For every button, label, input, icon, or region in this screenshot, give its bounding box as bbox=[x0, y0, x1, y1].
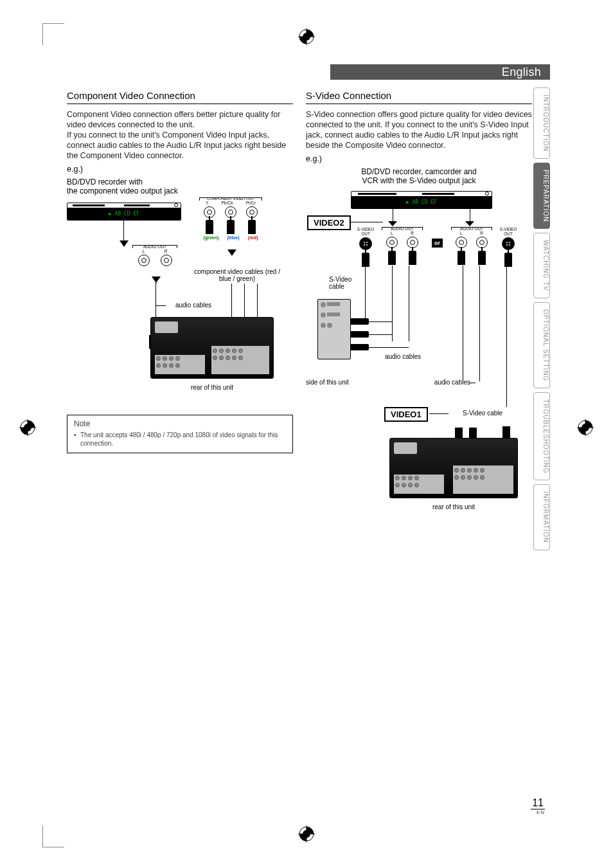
audio-out-jacks: AUDIO OUT LR bbox=[132, 245, 177, 267]
registration-mark-icon bbox=[298, 28, 315, 45]
registration-mark-icon bbox=[19, 419, 36, 436]
tab-optional-setting: OPTIONAL SETTING bbox=[533, 302, 550, 388]
component-paragraph: Component Video connection offers better… bbox=[67, 109, 293, 161]
note-box: Note The unit accepts 480i / 480p / 720p… bbox=[67, 415, 293, 453]
bd-dvd-device: ▶ AB CD EF bbox=[67, 203, 181, 221]
section-tabs: INTRODUCTION PREPARATION WATCHING TV OPT… bbox=[533, 87, 550, 554]
audio-out-jacks: AUDIO OUT LR bbox=[382, 227, 423, 266]
audio-cables-label: audio cables bbox=[374, 353, 432, 361]
svideo-heading: S-Video Connection bbox=[306, 90, 532, 104]
svideo-out-jack: S-VIDEO OUT bbox=[356, 227, 375, 267]
tv-side-panel-icon bbox=[317, 299, 351, 359]
tab-information: INFORMATION bbox=[533, 484, 550, 550]
crop-mark bbox=[42, 826, 64, 847]
device-display: ▶ AB CD EF bbox=[109, 211, 139, 217]
plug-icon bbox=[248, 220, 256, 234]
video1-label: VIDEO1 bbox=[384, 407, 428, 422]
plug-icon bbox=[478, 251, 486, 265]
plug-icon bbox=[458, 251, 465, 265]
tab-introduction: INTRODUCTION bbox=[533, 87, 550, 159]
arrow-down-icon bbox=[152, 275, 161, 285]
registration-mark-icon bbox=[298, 826, 315, 842]
video2-label: VIDEO2 bbox=[307, 215, 351, 230]
audio-cable-label: audio cables bbox=[164, 302, 222, 309]
plug-icon bbox=[227, 220, 235, 234]
audio-cables-label2: audio cables bbox=[419, 379, 470, 386]
tv-rear-icon bbox=[389, 438, 518, 498]
plug-icon bbox=[351, 331, 369, 338]
plug-icon bbox=[351, 344, 369, 350]
page-lang-code: EN bbox=[531, 809, 545, 815]
page-number-value: 11 bbox=[531, 797, 545, 809]
bd-dvd-device: ▶ AB CD EF bbox=[351, 191, 492, 209]
svideo-out-jack: S-VIDEO OUT bbox=[499, 227, 518, 267]
language-label: English bbox=[502, 66, 541, 79]
crop-mark bbox=[42, 23, 64, 45]
language-bar: English bbox=[330, 64, 550, 80]
comp-cable-label: component video cables (red / blue / gre… bbox=[189, 268, 285, 283]
plug-icon bbox=[351, 318, 369, 325]
note-text: The unit accepts 480i / 480p / 720p and … bbox=[74, 431, 286, 448]
component-heading: Component Video Connection bbox=[67, 90, 293, 104]
rear-caption: rear of this unit bbox=[150, 384, 274, 391]
page-number: 11 EN bbox=[531, 797, 545, 815]
plug-icon bbox=[206, 220, 213, 234]
svideo-paragraph: S-Video connection offers good picture q… bbox=[306, 109, 532, 150]
plug-icon bbox=[504, 253, 512, 267]
tab-preparation: PREPARATION bbox=[533, 163, 550, 229]
side-caption: side of this unit bbox=[306, 379, 349, 386]
eg-label: e.g.) bbox=[67, 165, 293, 174]
svideo-cable-label: S-Video cable bbox=[329, 276, 361, 291]
device-display: ▶ AB CD EF bbox=[406, 199, 437, 205]
or-label: or bbox=[432, 239, 443, 248]
rca-jack-icon bbox=[138, 255, 150, 266]
svideo-jack-icon bbox=[502, 237, 515, 250]
tv-rear-icon bbox=[150, 317, 274, 379]
arrow-down-icon bbox=[227, 248, 236, 258]
svideo-cable-label2: S-Video cable bbox=[463, 410, 520, 417]
component-out-jacks: COMPONENT VIDEO OUT YPb/CbPr/Cr (green)(… bbox=[199, 197, 262, 240]
plug-icon bbox=[409, 251, 416, 265]
rca-jack-icon bbox=[161, 255, 172, 266]
rear-caption: rear of this unit bbox=[389, 503, 518, 511]
arrow-down-icon bbox=[120, 239, 129, 249]
eg-label: e.g.) bbox=[306, 154, 532, 163]
plug-icon bbox=[362, 253, 369, 267]
note-title: Note bbox=[74, 419, 286, 428]
device-label: BD/DVD recorder, camcorder and VCR with … bbox=[306, 167, 532, 186]
tab-troubleshooting: TROUBLESHOOTING bbox=[533, 392, 550, 481]
device-label: BD/DVD recorder with the component video… bbox=[67, 177, 293, 196]
registration-mark-icon bbox=[577, 419, 594, 436]
tab-watching-tv: WATCHING TV bbox=[533, 233, 550, 298]
svideo-jack-icon bbox=[359, 237, 372, 250]
plug-icon bbox=[388, 251, 396, 265]
audio-out-jacks: AUDIO OUT LR bbox=[451, 227, 492, 266]
